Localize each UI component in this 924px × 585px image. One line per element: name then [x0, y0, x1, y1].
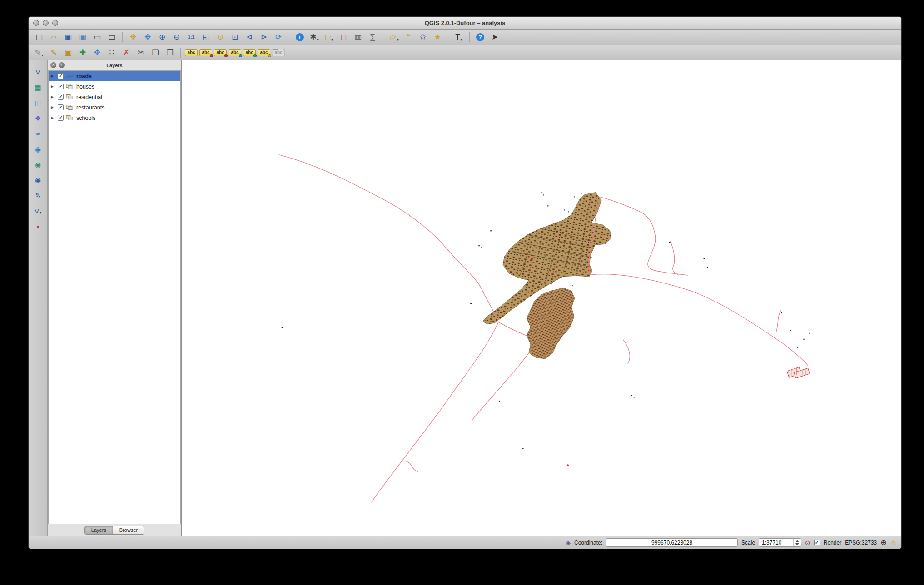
- help-contents-button[interactable]: ?: [473, 31, 487, 44]
- save-layer-edits-button[interactable]: ▣: [61, 46, 75, 59]
- zoom-next-icon: ⊳: [261, 33, 267, 41]
- coordinate-input[interactable]: [606, 538, 738, 547]
- current-edits-button[interactable]: ✎▾: [32, 46, 46, 59]
- cut-features-button[interactable]: ✂: [134, 46, 148, 59]
- layer-checkbox[interactable]: ✓: [58, 94, 64, 100]
- minimize-window-button[interactable]: [43, 20, 49, 26]
- label-move-button[interactable]: abc: [228, 46, 242, 59]
- label-pin-button[interactable]: abc: [199, 46, 213, 59]
- zoom-full-button[interactable]: ◱: [199, 31, 213, 44]
- zoom-last-button[interactable]: ⊲: [243, 31, 256, 44]
- layer-checkbox[interactable]: ✓: [58, 104, 64, 110]
- add-delimited-text-layer-button[interactable]: 9,: [31, 189, 45, 201]
- labeling-button[interactable]: abc: [184, 46, 198, 59]
- add-mssql-layer-button[interactable]: ≈: [31, 128, 45, 139]
- render-checkbox[interactable]: ✓: [814, 540, 820, 545]
- close-window-button[interactable]: [33, 20, 39, 26]
- magnifier-icon[interactable]: ⊙: [805, 540, 810, 546]
- add-wcs-layer-button[interactable]: ◉: [31, 159, 45, 170]
- copy-features-button[interactable]: ❏: [149, 46, 162, 59]
- node-tool-button[interactable]: ∷: [105, 46, 119, 59]
- label-show-hide-button[interactable]: abc: [214, 46, 227, 59]
- expand-arrow-icon[interactable]: ▶: [51, 74, 55, 78]
- open-attribute-table-button[interactable]: ▦: [351, 31, 365, 44]
- zoom-next-button[interactable]: ⊳: [257, 31, 271, 44]
- layer-row-schools[interactable]: ▶✓schools: [49, 113, 180, 123]
- open-project-button[interactable]: ▱: [47, 31, 60, 44]
- close-panel-button[interactable]: ×: [50, 62, 56, 68]
- identify-features-button[interactable]: i: [293, 31, 307, 44]
- deselect-features-button[interactable]: ◻: [337, 31, 350, 44]
- new-shapefile-layer-button[interactable]: V▾: [31, 205, 45, 217]
- delete-selected-button[interactable]: ✗: [119, 46, 133, 59]
- zoom-window-button[interactable]: [52, 20, 58, 26]
- expand-arrow-icon[interactable]: ▶: [51, 105, 55, 109]
- measure-button[interactable]: ▭▾: [387, 31, 401, 44]
- crs-status-icon[interactable]: ⊕: [880, 539, 886, 546]
- label-properties-button[interactable]: abc: [257, 46, 271, 59]
- zoom-native-button[interactable]: 1:1: [184, 31, 198, 44]
- expand-arrow-icon[interactable]: ▶: [51, 116, 55, 120]
- pan-map-button[interactable]: ✥: [126, 31, 140, 44]
- add-spatialite-layer-button[interactable]: ❖: [31, 112, 45, 124]
- zoom-in-button[interactable]: ⊕: [155, 31, 169, 44]
- tab-browser[interactable]: Browser: [113, 526, 144, 535]
- layer-row-roads[interactable]: ▶✓roads: [49, 71, 180, 81]
- field-calculator-icon: ∑: [370, 33, 375, 41]
- move-feature-button[interactable]: ✥: [90, 46, 104, 59]
- toggle-editing-button[interactable]: ✎: [47, 46, 60, 59]
- expand-arrow-icon[interactable]: ▶: [51, 84, 55, 89]
- save-project-as-button[interactable]: ▣: [76, 31, 89, 44]
- add-raster-layer-button[interactable]: ▦: [31, 81, 45, 93]
- run-feature-action-button[interactable]: ✱▾: [308, 31, 321, 44]
- map-canvas[interactable]: [182, 60, 901, 536]
- add-wfs-layer-button[interactable]: ◉: [31, 174, 45, 186]
- field-calculator-button[interactable]: ∑: [366, 31, 379, 44]
- scale-combo[interactable]: 1:37710: [759, 538, 801, 547]
- layer-checkbox[interactable]: ✓: [58, 115, 64, 121]
- layer-label: schools: [76, 115, 95, 121]
- add-postgis-layer-button[interactable]: ◫: [31, 97, 45, 109]
- dropdown-arrow-icon: ▾: [40, 211, 41, 217]
- layer-row-restaurants[interactable]: ▶✓restaurants: [49, 102, 180, 113]
- expand-arrow-icon[interactable]: ▶: [51, 95, 55, 99]
- show-bookmarks-button[interactable]: ★: [431, 31, 444, 44]
- add-feature-button[interactable]: ✚: [76, 46, 89, 59]
- scale-stepper[interactable]: [793, 539, 801, 546]
- pan-to-selection-button[interactable]: ✥: [141, 31, 154, 44]
- zoom-to-selection-button[interactable]: ⊙: [214, 31, 227, 44]
- title-bar[interactable]: QGIS 2.0.1-Dufour – analysis: [29, 17, 901, 30]
- layer-row-houses[interactable]: ▶✓houses: [49, 81, 180, 92]
- tracking-icon[interactable]: ◈: [566, 540, 571, 546]
- new-print-composer-button[interactable]: ▭: [90, 31, 104, 44]
- zoom-to-layer-button[interactable]: ⊡: [228, 31, 242, 44]
- label-accent-dot: [239, 54, 242, 57]
- new-bookmark-button[interactable]: ✩: [416, 31, 430, 44]
- layer-checkbox[interactable]: ✓: [58, 84, 64, 89]
- layer-row-residential[interactable]: ▶✓residential: [49, 92, 180, 102]
- new-project-button[interactable]: ▢: [32, 31, 46, 44]
- label-rotate-button[interactable]: abc: [243, 46, 256, 59]
- log-messages-icon[interactable]: ⚠: [890, 539, 897, 546]
- layer-label: residential: [76, 94, 102, 100]
- map-tips-button[interactable]: ❝: [402, 31, 415, 44]
- layer-checkbox[interactable]: ✓: [58, 73, 64, 79]
- label-accent-dot: [268, 54, 271, 57]
- whats-this-button[interactable]: ➤: [488, 31, 502, 44]
- text-annotation-button[interactable]: T▾: [452, 31, 466, 44]
- detach-panel-button[interactable]: ◦: [59, 62, 65, 68]
- refresh-map-button[interactable]: ⟳: [272, 31, 285, 44]
- layer-label: restaurants: [76, 104, 105, 111]
- paste-features-button[interactable]: ❐: [163, 46, 177, 59]
- tab-layers[interactable]: Layers: [84, 526, 113, 535]
- zoom-in-icon: ⊕: [159, 33, 165, 41]
- select-features-button[interactable]: ◻▾: [322, 31, 336, 44]
- remove-layer-button[interactable]: ▪: [31, 220, 45, 232]
- add-wms-layer-button[interactable]: ◉: [31, 143, 45, 155]
- save-project-button[interactable]: ▣: [61, 31, 75, 44]
- add-vector-layer-button[interactable]: V: [31, 66, 45, 78]
- crs-label[interactable]: EPSG:32733: [845, 540, 877, 546]
- zoom-out-button[interactable]: ⊖: [170, 31, 184, 44]
- composer-manager-button[interactable]: ▤: [105, 31, 119, 44]
- scale-label: Scale: [741, 540, 755, 546]
